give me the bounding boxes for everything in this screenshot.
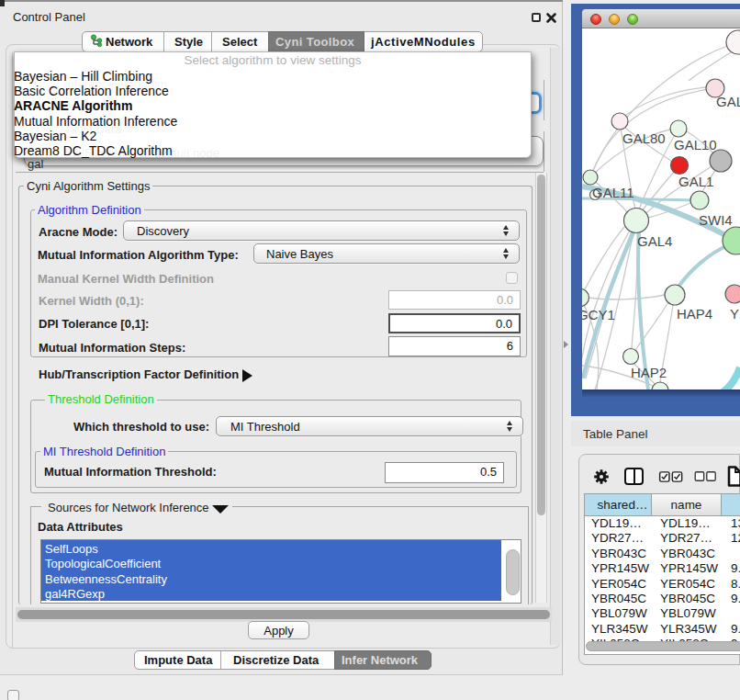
svg-text:SWI4: SWI4 [699,212,733,228]
svg-text:HAP4: HAP4 [677,306,712,322]
svg-text:GAL4: GAL4 [637,233,672,249]
svg-text:GAL11: GAL11 [592,185,634,200]
svg-text:GAL1: GAL1 [678,174,713,189]
svg-text:GCY1: GCY1 [582,307,615,322]
svg-text:GAL7: GAL7 [716,94,740,109]
svg-text:HAP2: HAP2 [631,365,667,380]
svg-text:Y: Y [730,306,739,322]
svg-text:GAL80: GAL80 [622,130,666,146]
svg-text:GAL10: GAL10 [674,137,717,152]
